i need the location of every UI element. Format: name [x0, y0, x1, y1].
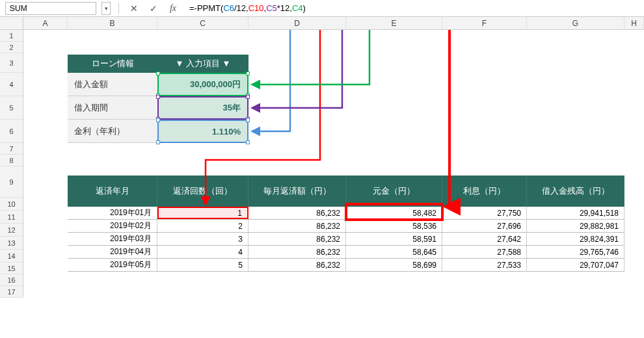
th-count: 返済回数（回）	[157, 176, 248, 207]
cell-c10[interactable]: 1	[157, 207, 248, 219]
cell[interactable]: 58,536	[346, 220, 442, 232]
loan-info-header: ローン情報 ▼ 入力項目 ▼	[68, 55, 248, 73]
confirm-button[interactable]: ✓	[146, 2, 161, 15]
row-header[interactable]: 2	[0, 42, 23, 53]
row-headers: 1 2 3 4 5 6 7 8 9 10 11 12 13 14 15 16 1…	[0, 30, 23, 298]
cell[interactable]: 29,882,981	[527, 220, 624, 232]
col-header-d[interactable]: D	[248, 17, 346, 29]
row-header[interactable]: 10	[0, 198, 23, 211]
cell[interactable]: 27,588	[442, 246, 527, 258]
spreadsheet-grid: A B C D E F G H 1 2 3 4 5 6 7 8 9 10 11 …	[0, 17, 644, 298]
highlight-box-e10	[345, 203, 444, 221]
loan-amount-label: 借入金額	[68, 73, 157, 96]
row-header[interactable]: 4	[0, 73, 23, 96]
table-row: 2019年05月 5 86,232 58,699 27,533 29,707,0…	[68, 259, 624, 272]
cell[interactable]: 29,824,391	[527, 233, 624, 245]
cell[interactable]: 5	[157, 259, 248, 271]
cell[interactable]: 86,232	[248, 220, 346, 232]
col-header-h[interactable]: H	[624, 17, 644, 29]
th-principal: 元金（円）	[346, 176, 442, 207]
table-row: 2019年02月 2 86,232 58,536 27,696 29,882,9…	[68, 220, 624, 233]
cell-c5[interactable]: 35年	[157, 96, 248, 120]
select-all-corner[interactable]	[0, 17, 23, 29]
row-header[interactable]: 17	[0, 286, 23, 298]
cell[interactable]: 27,696	[442, 220, 527, 232]
row-header[interactable]: 9	[0, 166, 23, 198]
col-header-g[interactable]: G	[527, 17, 624, 29]
col-header-c[interactable]: C	[157, 17, 248, 29]
loan-period-label: 借入期間	[68, 96, 157, 120]
cell[interactable]: 58,699	[346, 259, 442, 271]
cell[interactable]: 86,232	[248, 207, 346, 219]
name-box-dropdown[interactable]: ▾	[101, 2, 111, 15]
row-header[interactable]: 3	[0, 53, 23, 73]
row-header[interactable]: 15	[0, 263, 23, 274]
name-box[interactable]: SUM	[5, 2, 96, 15]
cells-area[interactable]: ローン情報 ▼ 入力項目 ▼ 借入金額 30,000,000円 借入期間 35年…	[23, 30, 644, 298]
cell[interactable]: 3	[157, 233, 248, 245]
cell[interactable]: 27,533	[442, 259, 527, 271]
cell[interactable]: 86,232	[248, 233, 346, 245]
fx-button[interactable]: fx	[166, 2, 180, 15]
cell[interactable]: 2019年01月	[68, 207, 157, 219]
col-header-f[interactable]: F	[442, 17, 527, 29]
th-balance: 借入金残高（円）	[527, 176, 624, 207]
cell[interactable]: 86,232	[248, 259, 346, 271]
cell[interactable]: 4	[157, 246, 248, 258]
row-header[interactable]: 16	[0, 274, 23, 286]
cell[interactable]: 29,707,047	[527, 259, 624, 271]
row-header[interactable]: 1	[0, 30, 23, 42]
row-header[interactable]: 12	[0, 224, 23, 237]
column-headers: A B C D E F G H	[0, 17, 644, 30]
cell[interactable]: 29,765,746	[527, 246, 624, 258]
cell-c6[interactable]: 1.110%	[157, 120, 248, 143]
th-payment: 毎月返済額（円）	[248, 176, 346, 207]
cell[interactable]: 2019年04月	[68, 246, 157, 258]
cancel-button[interactable]: ✕	[127, 2, 141, 15]
loan-header-input: ▼ 入力項目 ▼	[157, 55, 248, 73]
cell[interactable]: 58,591	[346, 233, 442, 245]
formula-bar: SUM ▾ ✕ ✓ fx =-PPMT(C6/12,C10,C5*12,C4)	[0, 0, 644, 17]
cell[interactable]: 2019年02月	[68, 220, 157, 232]
th-interest: 利息（円）	[442, 176, 527, 207]
cell[interactable]: 27,642	[442, 233, 527, 245]
row-header[interactable]: 8	[0, 155, 23, 166]
cell-c4[interactable]: 30,000,000円	[157, 73, 248, 96]
col-header-e[interactable]: E	[346, 17, 442, 29]
loan-header-label: ローン情報	[68, 55, 157, 73]
row-header[interactable]: 5	[0, 96, 23, 120]
cell[interactable]: 2019年05月	[68, 259, 157, 271]
cell[interactable]: 29,941,518	[527, 207, 624, 219]
row-header[interactable]: 7	[0, 143, 23, 155]
table-row: 2019年04月 4 86,232 58,645 27,588 29,765,7…	[68, 246, 624, 259]
col-header-b[interactable]: B	[68, 17, 157, 29]
th-date: 返済年月	[68, 176, 157, 207]
row-header[interactable]: 14	[0, 250, 23, 263]
payment-table-header: 返済年月 返済回数（回） 毎月返済額（円） 元金（円） 利息（円） 借入金残高（…	[68, 176, 624, 207]
formula-input[interactable]: =-PPMT(C6/12,C10,C5*12,C4)	[185, 2, 310, 15]
loan-rate-label: 金利（年利）	[68, 120, 157, 143]
table-row: 2019年03月 3 86,232 58,591 27,642 29,824,3…	[68, 233, 624, 246]
row-header[interactable]: 6	[0, 120, 23, 143]
row-header[interactable]: 13	[0, 237, 23, 250]
cell[interactable]: 86,232	[248, 246, 346, 258]
cell[interactable]: 58,645	[346, 246, 442, 258]
cell[interactable]: 2019年03月	[68, 233, 157, 245]
col-header-a[interactable]: A	[23, 17, 68, 29]
row-header[interactable]: 11	[0, 211, 23, 224]
cell[interactable]: 27,750	[442, 207, 527, 219]
cell[interactable]: 2	[157, 220, 248, 232]
